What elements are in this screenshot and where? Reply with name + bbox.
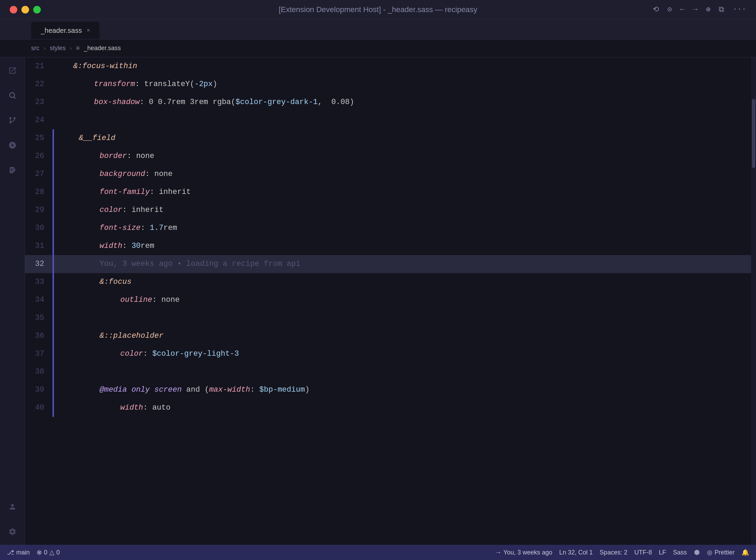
run-debug-icon[interactable]	[6, 139, 19, 151]
token-colon: :	[145, 165, 154, 183]
line-content: background: none	[54, 165, 172, 183]
token-keyword: screen	[154, 381, 181, 399]
activity-bar	[0, 57, 25, 545]
extensions-icon[interactable]	[6, 164, 19, 176]
code-line-26: 26border: none	[25, 147, 751, 165]
line-number: 22	[25, 75, 53, 93]
minimize-button[interactable]	[21, 6, 29, 13]
token-property: max-width	[209, 381, 250, 399]
token-number: 30	[131, 237, 140, 255]
download-icon[interactable]: ⊕	[706, 5, 710, 14]
tab-close-button[interactable]: ×	[87, 27, 90, 34]
line-number: 39	[25, 381, 53, 399]
code-line-29: 29color: inherit	[25, 201, 751, 219]
split-editor-icon[interactable]: ⧉	[719, 5, 724, 14]
close-button[interactable]	[10, 6, 17, 13]
line-number: 24	[25, 111, 53, 129]
breadcrumb-src[interactable]: src	[31, 45, 39, 52]
more-icon[interactable]: ···	[732, 5, 746, 14]
line-content: width: 30rem	[54, 237, 154, 255]
encoding[interactable]: UTF-8	[634, 549, 652, 556]
source-control-icon[interactable]	[6, 114, 19, 127]
status-bar: ⎇ main ⊗ 0 △ 0 → You, 3 weeks ago Ln 32,…	[0, 545, 756, 560]
token-colon: :	[143, 345, 152, 363]
line-number: 31	[25, 237, 53, 255]
search-icon[interactable]	[6, 89, 19, 102]
svg-point-0	[10, 93, 15, 97]
line-number: 28	[25, 183, 53, 201]
token-property: border	[100, 147, 127, 165]
line-content: color: $color-grey-light-3	[54, 345, 239, 363]
line-content: transform: translateY(-2px)	[53, 75, 217, 93]
language-mode[interactable]: Sass	[673, 549, 687, 556]
editor-area: 21&:focus-within22transform: translateY(…	[25, 57, 751, 545]
token-number: 1.7	[150, 219, 164, 237]
scrollbar-thumb[interactable]	[752, 99, 755, 168]
line-content: border: none	[54, 147, 154, 165]
error-count: 0	[44, 549, 47, 556]
back-icon[interactable]: ←	[680, 5, 685, 14]
token-property: font-family	[100, 183, 150, 201]
code-view[interactable]: 21&:focus-within22transform: translateY(…	[25, 57, 751, 545]
history-icon[interactable]: ⟲	[653, 5, 659, 14]
token-variable: $bp-medium	[259, 381, 305, 399]
forward-icon[interactable]: →	[693, 5, 698, 14]
warning-count: 0	[56, 549, 60, 556]
tab-label: _header.sass	[41, 27, 82, 35]
traffic-lights	[10, 6, 41, 13]
token-property: width	[120, 399, 143, 417]
code-line-23: 23box-shadow: 0 0.7rem 3rem rgba($color-…	[25, 93, 751, 111]
line-number: 40	[25, 399, 53, 417]
token-selector: &::placeholder	[100, 327, 164, 345]
prettier-label: Prettier	[715, 549, 735, 556]
line-content: color: inherit	[54, 201, 164, 219]
line-content: box-shadow: 0 0.7rem 3rem rgba($color-gr…	[53, 93, 354, 111]
breadcrumb-styles[interactable]: styles	[50, 45, 66, 52]
code-line-33: 33&:focus	[25, 273, 751, 291]
formatter-icon	[694, 549, 700, 556]
line-ending[interactable]: LF	[659, 549, 666, 556]
notifications-icon[interactable]: 🔔	[741, 549, 749, 556]
token-property: transform	[94, 75, 135, 93]
code-line-27: 27background: none	[25, 165, 751, 183]
code-line-35: 35	[25, 309, 751, 327]
warning-icon: △	[49, 549, 54, 556]
prettier[interactable]: ◎ Prettier	[707, 549, 735, 556]
token-plain: inherit	[159, 183, 191, 201]
token-keyword: @media	[100, 381, 127, 399]
errors-warnings[interactable]: ⊗ 0 △ 0	[37, 549, 60, 556]
source-icon[interactable]: ⊙	[667, 5, 672, 14]
fullscreen-button[interactable]	[33, 6, 41, 13]
indentation[interactable]: Spaces: 2	[600, 549, 627, 556]
code-line-38: 38	[25, 363, 751, 381]
breadcrumb: src › styles › ≡ _header.sass	[0, 39, 756, 57]
indent-border	[53, 363, 54, 381]
git-status[interactable]: → You, 3 weeks ago	[495, 549, 552, 556]
token-plain: inherit	[131, 201, 163, 219]
breadcrumb-sep-2: ›	[70, 45, 72, 52]
settings-icon[interactable]	[6, 525, 19, 538]
git-branch[interactable]: ⎇ main	[7, 549, 30, 556]
breadcrumb-file[interactable]: _header.sass	[84, 45, 121, 52]
explorer-icon[interactable]	[6, 64, 19, 77]
token-plain	[127, 381, 131, 399]
token-plain: )	[305, 381, 309, 399]
token-plain: translateY(	[144, 75, 194, 93]
token-colon: :	[150, 183, 159, 201]
token-property: color	[120, 345, 143, 363]
scrollbar[interactable]	[751, 57, 756, 545]
line-number: 35	[25, 309, 53, 327]
code-line-31: 31width: 30rem	[25, 237, 751, 255]
cursor-position[interactable]: Ln 32, Col 1	[559, 549, 593, 556]
file-tab[interactable]: _header.sass ×	[31, 22, 100, 39]
token-plain: none	[154, 165, 172, 183]
line-number: 26	[25, 147, 53, 165]
line-number: 27	[25, 165, 53, 183]
token-plain: 0 0.7rem 3rem rgba(	[149, 93, 235, 111]
token-plain: , 0.08)	[318, 93, 354, 111]
account-icon[interactable]	[6, 501, 19, 513]
token-colon: :	[250, 381, 259, 399]
token-plain: auto	[152, 399, 170, 417]
tab-bar: _header.sass ×	[0, 19, 756, 39]
token-plain: none	[161, 291, 180, 309]
